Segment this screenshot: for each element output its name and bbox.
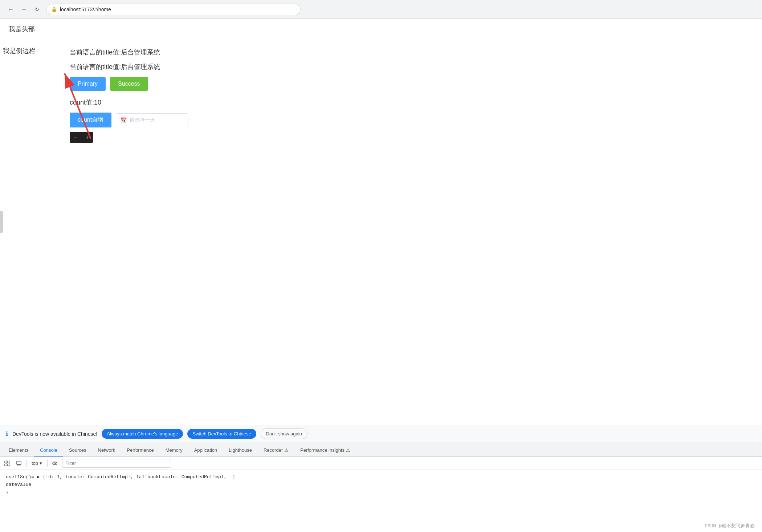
tab-console[interactable]: Console	[34, 444, 63, 456]
svg-rect-2	[5, 461, 7, 463]
switch-devtools-button[interactable]: Switch DevTools to Chinese	[187, 429, 256, 439]
url-text: localhost:5173/#/home	[60, 7, 111, 12]
console-line-1: useI18n()= ▶ {id: 1, locale: ComputedRef…	[6, 473, 756, 481]
svg-point-10	[54, 463, 56, 464]
tab-application[interactable]: Application	[188, 444, 223, 456]
date-picker[interactable]: 📅 请选择一天	[116, 113, 188, 127]
count-line: count值:10	[70, 98, 750, 107]
toolbar-divider-2	[47, 460, 48, 467]
inspect-element-button[interactable]	[3, 459, 12, 468]
device-toolbar-button[interactable]	[15, 459, 23, 468]
stepper-increment[interactable]: +	[81, 132, 93, 143]
svg-rect-5	[8, 464, 10, 466]
svg-rect-6	[17, 461, 21, 464]
always-match-button[interactable]: Always match Chrome's language	[102, 429, 183, 439]
tab-memory[interactable]: Memory	[160, 444, 188, 456]
content-line-2: 当前语言的title值:后台管理系统	[70, 62, 750, 71]
banner-text: DevTools is now available in Chinese!	[12, 431, 97, 437]
address-bar[interactable]: 🔒 localhost:5173/#/home	[46, 4, 301, 15]
action-row: count自增 📅 请选择一天	[70, 113, 750, 127]
reload-button[interactable]: ↻	[32, 4, 42, 15]
svg-point-9	[53, 462, 57, 465]
console-prompt: ›	[6, 488, 756, 496]
console-text-2: dateValue=	[6, 482, 34, 487]
forward-button[interactable]: →	[19, 4, 29, 15]
sidebar-text: 我是侧边栏	[3, 47, 36, 54]
console-text-1: useI18n()= ▶ {id: 1, locale: ComputedRef…	[6, 474, 235, 480]
tab-sources[interactable]: Sources	[63, 444, 92, 456]
content-line-1: 当前语言的title值:后台管理系统	[70, 48, 750, 57]
stepper-decrement[interactable]: −	[70, 132, 81, 143]
left-panel-toggle[interactable]	[0, 211, 3, 233]
chevron-down-icon: ▾	[40, 460, 42, 466]
devtools-toolbar: top ▾	[0, 457, 762, 470]
stepper: − +	[70, 132, 93, 143]
svg-rect-3	[8, 461, 10, 463]
page-area: 我是头部 我是侧边栏 当前语言的title值:后台管理系统 当前语言的title…	[0, 19, 762, 425]
page-header-text: 我是头部	[9, 25, 35, 33]
success-button[interactable]: Success	[110, 77, 148, 91]
tab-recorder[interactable]: Recorder ⚠	[258, 444, 294, 456]
date-placeholder-text: 请选择一天	[130, 117, 155, 123]
sidebar: 我是侧边栏	[0, 39, 58, 425]
page-layout: 我是侧边栏 当前语言的title值:后台管理系统 当前语言的title值:后台管…	[0, 39, 762, 425]
svg-rect-4	[5, 464, 7, 466]
toolbar-divider	[26, 460, 27, 467]
count-increment-button[interactable]: count自增	[70, 113, 111, 127]
main-content: 当前语言的title值:后台管理系统 当前语言的title值:后台管理系统 Pr…	[58, 39, 762, 425]
info-icon: ℹ	[6, 430, 8, 437]
dont-show-button[interactable]: Don't show again	[261, 429, 307, 439]
button-row: Primary Success	[70, 77, 750, 91]
nav-buttons: ← → ↻	[6, 4, 42, 15]
back-button[interactable]: ←	[6, 4, 16, 15]
browser-chrome: ← → ↻ 🔒 localhost:5173/#/home	[0, 0, 762, 19]
lock-icon: 🔒	[51, 7, 57, 12]
console-line-2: dateValue=	[6, 481, 756, 488]
eye-button[interactable]	[50, 459, 59, 468]
tab-performance-insights[interactable]: Performance insights ⚠	[294, 444, 356, 456]
top-context-selector[interactable]: top ▾	[29, 460, 44, 467]
tab-lighthouse[interactable]: Lighthouse	[223, 444, 258, 456]
tab-network[interactable]: Network	[92, 444, 121, 456]
watermark-text: CSDN @谁不想飞舞青春	[705, 523, 755, 529]
page-header: 我是头部	[0, 19, 762, 39]
primary-button[interactable]: Primary	[70, 77, 106, 91]
devtools-console: useI18n()= ▶ {id: 1, locale: ComputedRef…	[0, 470, 762, 499]
prompt-arrow-icon: ›	[6, 490, 9, 495]
tab-elements[interactable]: Elements	[3, 444, 34, 456]
filter-input[interactable]	[62, 459, 171, 468]
watermark: CSDN @谁不想飞舞青春	[705, 523, 755, 529]
calendar-icon: 📅	[121, 117, 127, 123]
tab-performance[interactable]: Performance	[121, 444, 159, 456]
devtools-tabs: Elements Console Sources Network Perform…	[0, 442, 762, 457]
devtools-banner: ℹ DevTools is now available in Chinese! …	[0, 425, 762, 442]
top-label: top	[32, 460, 38, 466]
